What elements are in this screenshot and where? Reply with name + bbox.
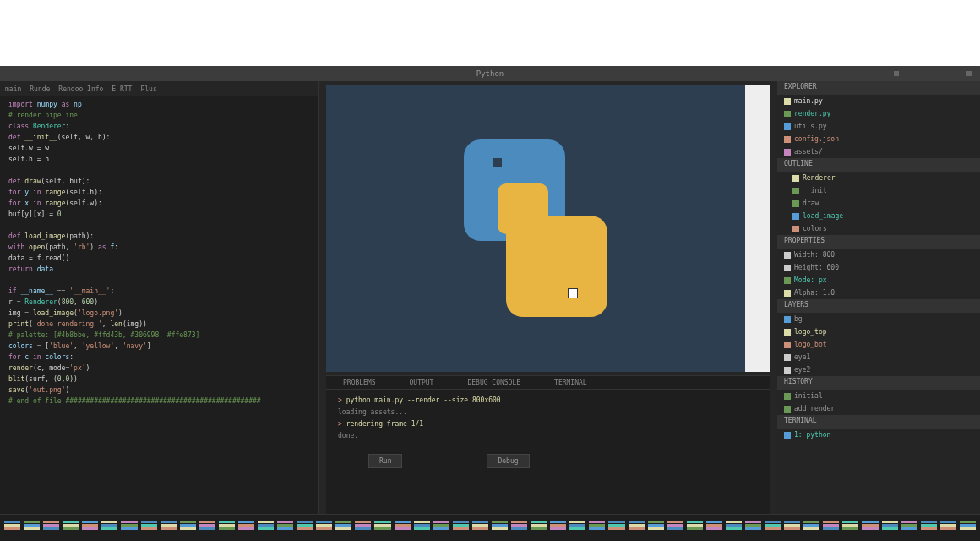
code-line[interactable]: print('done rendering ', len(img))	[8, 320, 310, 330]
code-line[interactable]: for y in range(self.h):	[8, 188, 310, 198]
timeline-thumbnail[interactable]	[861, 520, 879, 537]
timeline-thumbnail[interactable]	[42, 520, 60, 537]
timeline-thumbnail[interactable]	[101, 520, 118, 537]
code-line[interactable]: data = f.read()	[8, 254, 310, 264]
timeline-thumbnail[interactable]	[705, 520, 723, 537]
panel-item[interactable]: assets/	[777, 145, 980, 158]
term-tab-problems[interactable]: PROBLEMS	[343, 379, 376, 386]
timeline-thumbnail[interactable]	[783, 520, 801, 537]
tab-1[interactable]: Runde	[30, 85, 50, 93]
timeline-thumbnail[interactable]	[959, 520, 977, 537]
panel-item[interactable]: bg	[777, 313, 980, 325]
timeline-thumbnail[interactable]	[81, 520, 99, 537]
timeline-thumbnail[interactable]	[822, 520, 840, 537]
code-line[interactable]: def draw(self, buf):	[8, 177, 310, 187]
code-line[interactable]: import numpy as np	[8, 100, 310, 110]
timeline-thumbnail[interactable]	[530, 520, 547, 537]
window-control-max-icon[interactable]	[966, 71, 972, 76]
window-control-min-icon[interactable]	[894, 71, 899, 76]
code-line[interactable]: # end of file ##########################…	[8, 396, 310, 407]
timeline-thumbnail[interactable]	[744, 520, 762, 537]
timeline-thumbnail[interactable]	[23, 520, 41, 537]
tab-4[interactable]: Plus	[140, 85, 156, 93]
code-line[interactable]: blit(surf, (0,0))	[8, 374, 310, 385]
timeline-thumbnail[interactable]	[257, 520, 275, 537]
code-line[interactable]: img = load_image('logo.png')	[8, 309, 310, 319]
code-line[interactable]: buf[y][x] = 0	[8, 210, 310, 220]
timeline-thumbnail[interactable]	[647, 520, 665, 537]
panel-item[interactable]: config.json	[777, 133, 980, 145]
code-line[interactable]: render(c, mode='px')	[8, 363, 310, 374]
term-tab-terminal[interactable]: TERMINAL	[554, 379, 587, 386]
code-editor[interactable]: import numpy as np# render pipelineclass…	[0, 96, 318, 514]
code-line[interactable]	[8, 166, 310, 176]
panel-item[interactable]: logo_top	[777, 325, 980, 338]
run-button[interactable]: Run	[368, 454, 402, 468]
panel-item[interactable]: Height: 600	[777, 261, 980, 274]
panel-item[interactable]: main.py	[777, 95, 980, 107]
panel-item[interactable]: initial	[777, 390, 980, 402]
timeline-thumbnail[interactable]	[881, 520, 899, 537]
timeline-thumbnail[interactable]	[569, 520, 586, 537]
timeline-thumbnail[interactable]	[725, 520, 743, 537]
timeline-thumbnail[interactable]	[373, 520, 391, 537]
panel-item[interactable]: Mode: px	[777, 274, 980, 287]
tab-3[interactable]: E RTT	[112, 85, 132, 93]
code-line[interactable]: if __name__ == '__main__':	[8, 287, 310, 297]
timeline-thumbnail[interactable]	[296, 520, 313, 537]
timeline-thumbnail[interactable]	[413, 520, 431, 537]
timeline-thumbnail[interactable]	[841, 520, 859, 537]
panel-item[interactable]: Alpha: 1.0	[777, 287, 980, 299]
term-tab-output[interactable]: OUTPUT	[410, 379, 434, 386]
timeline-thumbnail[interactable]	[199, 520, 216, 537]
panel-item[interactable]: Renderer	[777, 172, 980, 184]
code-line[interactable]: # render pipeline	[8, 111, 310, 121]
panel-item[interactable]: 1: python	[777, 429, 980, 441]
timeline-thumbnail[interactable]	[628, 520, 645, 537]
timeline-thumbnail[interactable]	[433, 520, 450, 537]
panel-item[interactable]: Width: 800	[777, 249, 980, 261]
timeline-thumbnail[interactable]	[686, 520, 704, 537]
tab-main[interactable]: main	[5, 85, 21, 93]
timeline-thumbnail[interactable]	[218, 520, 236, 537]
panel-item[interactable]: add render	[777, 402, 980, 415]
panel-explorer-header[interactable]: EXPLORER	[777, 81, 980, 95]
code-line[interactable]	[8, 221, 310, 231]
term-tab-debug[interactable]: DEBUG CONSOLE	[467, 379, 520, 386]
code-line[interactable]: for c in colors:	[8, 352, 310, 363]
tab-2[interactable]: Rendoo Info	[58, 85, 103, 93]
timeline-thumbnail[interactable]	[354, 520, 372, 537]
timeline-thumbnail[interactable]	[179, 520, 197, 537]
panel-item[interactable]: utils.py	[777, 120, 980, 133]
timeline-thumbnail[interactable]	[3, 520, 21, 537]
code-line[interactable]: # palette: [#4b8bbe, #ffd43b, #306998, #…	[8, 331, 310, 341]
timeline-thumbnail[interactable]	[607, 520, 625, 537]
code-line[interactable]: r = Renderer(800, 600)	[8, 298, 310, 308]
timeline-thumbnail[interactable]	[549, 520, 567, 537]
code-line[interactable]: def __init__(self, w, h):	[8, 133, 310, 143]
panel-properties-header[interactable]: PROPERTIES	[777, 235, 980, 249]
timeline-thumbnail[interactable]	[803, 520, 820, 537]
panel-outline-header[interactable]: OUTLINE	[777, 158, 980, 172]
timeline-thumbnail[interactable]	[140, 520, 158, 537]
panel-item[interactable]: eye2	[777, 363, 980, 376]
timeline-thumbnail[interactable]	[901, 520, 918, 537]
timeline-thumbnail[interactable]	[588, 520, 606, 537]
timeline-thumbnail[interactable]	[764, 520, 781, 537]
code-line[interactable]: class Renderer:	[8, 122, 310, 132]
timeline-thumbnail[interactable]	[276, 520, 294, 537]
timeline-thumbnail[interactable]	[939, 520, 957, 537]
preview-viewport[interactable]	[326, 85, 770, 372]
panel-item[interactable]: logo_bot	[777, 338, 980, 351]
timeline-thumbnail[interactable]	[62, 520, 79, 537]
panel-item[interactable]: __init__	[777, 184, 980, 197]
code-line[interactable]	[8, 276, 310, 286]
panel-item[interactable]: draw	[777, 197, 980, 210]
timeline-thumbnail[interactable]	[120, 520, 138, 537]
debug-button[interactable]: Debug	[487, 454, 529, 468]
timeline-thumbnail[interactable]	[315, 520, 333, 537]
timeline-bar[interactable]	[0, 514, 980, 541]
timeline-thumbnail[interactable]	[394, 520, 411, 537]
panel-item[interactable]: load_image	[777, 210, 980, 222]
timeline-thumbnail[interactable]	[510, 520, 528, 537]
